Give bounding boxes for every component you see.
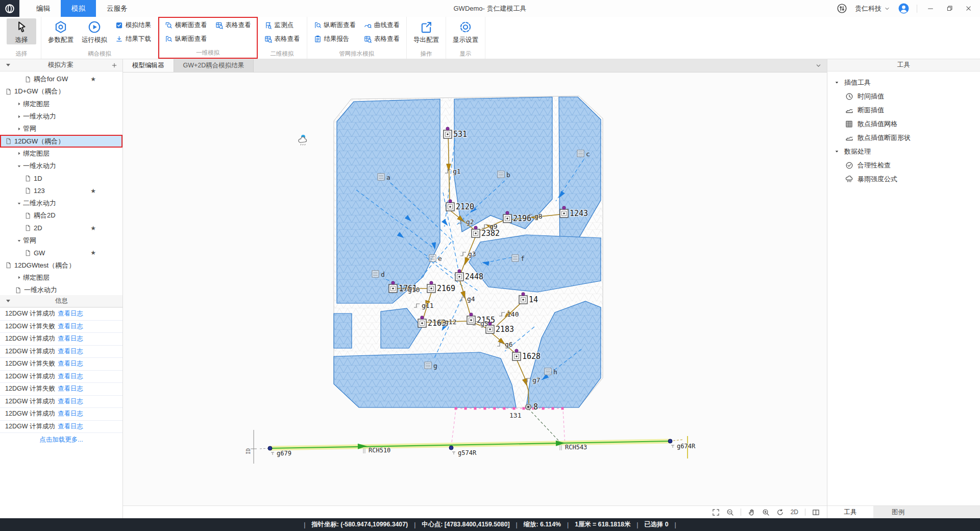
view-log-link[interactable]: 查看日志 [58,334,83,343]
tree-item[interactable]: 2D★ [0,222,122,234]
map-canvas[interactable]: 131 531 2120 2382 2196 1243 2448 1761 21… [123,73,827,505]
collapse-caret-icon[interactable] [6,300,10,302]
menu-tab-0[interactable]: 编辑 [26,0,61,17]
mesh-region[interactable] [454,97,552,232]
caret-right-icon[interactable] [15,114,23,119]
mode-2d-button[interactable]: 2D [791,509,798,516]
split-view-button[interactable] [812,509,820,516]
selection-vertex[interactable] [561,407,564,410]
doc-tab-0[interactable]: 模型编辑器 [123,59,174,72]
tree-item[interactable]: 绑定图层 [0,272,122,284]
tool-item[interactable]: 散点插值网格 [827,117,980,131]
ribbon-button[interactable]: 纵断面查看 [163,32,209,46]
view-log-link[interactable]: 查看日志 [58,322,83,331]
view-log-link[interactable]: 查看日志 [58,347,83,356]
company-menu[interactable]: 贵仁科技 [855,4,890,13]
ribbon-button[interactable]: 表格查看 [213,18,253,32]
selection-vertex[interactable] [503,407,506,410]
menu-tab-2[interactable]: 云服务 [96,0,138,17]
tool-group-header[interactable]: 数据处理 [827,144,980,158]
tabs-chevron-icon[interactable] [815,59,827,72]
selection-vertex[interactable] [474,407,477,410]
tree-item[interactable]: 绑定图层 [0,98,122,110]
ribbon-button[interactable]: 监测点 [262,18,302,32]
view-log-link[interactable]: 查看日志 [58,409,83,418]
zoom-extent-button[interactable] [726,509,734,516]
fit-view-button[interactable] [712,509,720,516]
view-log-link[interactable]: 查看日志 [58,309,83,318]
ribbon-button[interactable]: 参数配置 [46,18,76,44]
tool-item[interactable]: 时间插值 [827,89,980,103]
tool-item[interactable]: 断面插值 [827,103,980,117]
profile-node[interactable]: g574R [449,446,477,456]
ribbon-button[interactable]: 选择 [7,18,36,44]
mesh-region[interactable] [337,99,440,303]
ribbon-button[interactable]: 模拟结果 [113,18,153,32]
tree-item[interactable]: 一维水动力 [0,284,122,295]
mesh-region[interactable] [334,352,516,407]
close-button[interactable] [963,3,974,14]
view-log-link[interactable]: 查看日志 [58,384,83,393]
caret-down-icon[interactable] [15,238,23,244]
view-log-link[interactable]: 查看日志 [58,372,83,381]
tree-item[interactable]: 耦合for GW★ [0,73,122,85]
caret-right-icon[interactable] [15,151,23,156]
ribbon-button[interactable]: 结果报告 [312,32,358,46]
tool-group-header[interactable]: 插值工具 [827,76,980,89]
add-scheme-button[interactable] [111,62,117,68]
ribbon-button[interactable]: 纵断面查看 [312,18,358,32]
view-log-link[interactable]: 查看日志 [58,397,83,406]
ribbon-button[interactable]: 表格查看 [262,32,302,46]
load-more-link[interactable]: 点击加载更多... [0,433,122,446]
ribbon-button[interactable]: 显示设置 [451,18,480,44]
selection-vertex[interactable] [523,407,525,410]
doc-tab-1[interactable]: GW+2D耦合模拟结果 [174,59,254,72]
tree-item[interactable]: GW★ [0,247,122,259]
ribbon-button[interactable]: 表格查看 [362,32,402,46]
tree-item[interactable]: 绑定图层 [0,148,122,160]
tool-item[interactable]: 散点插值断面形状 [827,131,980,144]
ribbon-button[interactable]: 横断面查看 [163,18,209,32]
minimize-button[interactable] [925,3,936,14]
tool-item[interactable]: 暴雨强度公式 [827,172,980,186]
caret-right-icon[interactable] [15,275,23,280]
model-map[interactable]: 131 531 2120 2382 2196 1243 2448 1761 21… [123,73,827,505]
tree-item[interactable]: 1D+GW（耦合） [0,85,122,98]
panel-tab-0[interactable]: 工具 [827,506,873,518]
avatar[interactable] [898,3,909,14]
tool-item[interactable]: 合理性检查 [827,158,980,172]
caret-down-icon[interactable] [15,201,23,206]
sync-icon[interactable] [836,3,847,14]
panel-tab-1[interactable]: 图例 [873,506,980,518]
menu-tab-1[interactable]: 模拟 [61,0,96,17]
ribbon-button[interactable]: 曲线查看 [362,18,402,32]
ribbon-button[interactable]: 运行模拟 [80,18,109,44]
tree-item[interactable]: 一维水动力 [0,110,122,123]
selection-vertex[interactable] [484,407,486,410]
profile-node[interactable]: g674R [668,439,696,450]
tree-item[interactable]: 管网 [0,234,122,247]
rain-gauge-icon[interactable] [299,135,307,146]
tree-item[interactable]: 一维水动力 [0,160,122,172]
tree-item[interactable]: 耦合2D [0,209,122,222]
tree-item[interactable]: 12DGWtest（耦合） [0,259,122,271]
view-log-link[interactable]: 查看日志 [58,422,83,431]
caret-right-icon[interactable] [15,101,23,107]
restore-button[interactable] [944,3,955,14]
selection-vertex[interactable] [542,407,545,410]
selection-vertex[interactable] [552,407,554,410]
selection-vertex[interactable] [494,407,496,410]
ribbon-button[interactable]: 结果下载 [113,32,153,46]
selection-vertex[interactable] [464,407,467,410]
tree-item[interactable]: 1D [0,172,122,184]
mesh-region[interactable] [334,313,352,348]
tree-item[interactable]: 12DGW（耦合） [0,135,122,147]
view-log-link[interactable]: 查看日志 [58,359,83,368]
zoom-in-button[interactable] [762,509,770,516]
caret-down-icon[interactable] [15,163,23,169]
refresh-button[interactable] [776,509,784,516]
tree-item[interactable]: 123★ [0,185,122,197]
caret-right-icon[interactable] [15,126,23,132]
ribbon-button[interactable]: 导出配置 [411,18,441,44]
collapse-caret-icon[interactable] [6,64,10,66]
